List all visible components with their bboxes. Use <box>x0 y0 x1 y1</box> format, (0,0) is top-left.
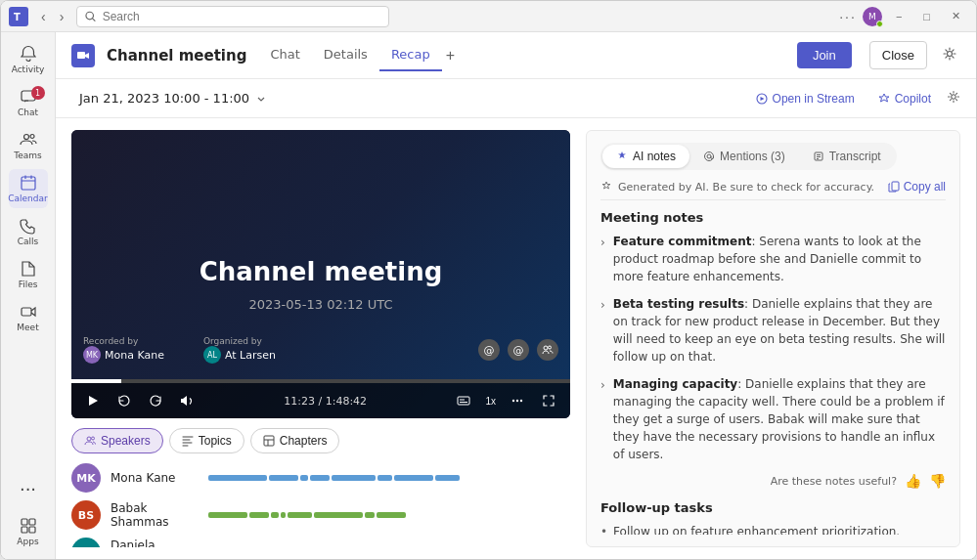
note-label-0: Feature commitment <box>613 235 752 248</box>
svg-point-29 <box>87 437 91 441</box>
thumbs-up-notes[interactable]: 👍 <box>905 473 921 489</box>
video-title-text: Channel meeting <box>200 257 443 286</box>
date-range-text: Jan 21, 2023 10:00 - 11:00 <box>79 91 249 106</box>
svg-text:T: T <box>14 12 21 22</box>
date-settings-button[interactable] <box>947 90 960 107</box>
sidebar: Activity 1 Chat Teams <box>1 32 56 559</box>
ai-content: Meeting notes › Feature commitment: Sere… <box>600 210 946 535</box>
meeting-notes-title: Meeting notes <box>600 210 946 225</box>
ai-notes-tab[interactable]: AI notes <box>602 145 689 168</box>
transcript-tab[interactable]: Transcript <box>799 145 895 168</box>
copy-icon <box>888 181 900 193</box>
copilot-label: Copilot <box>895 92 931 106</box>
calendar-label: Calendar <box>8 194 47 203</box>
mute-button[interactable] <box>175 389 199 412</box>
tab-nav: Chat Details Recap + <box>258 39 459 71</box>
speaker-row-daniela: DM Daniela Mandera <box>71 538 570 547</box>
ai-notes-icon <box>616 151 628 162</box>
svg-point-27 <box>516 400 518 402</box>
sidebar-item-meet[interactable]: Meet <box>9 298 48 337</box>
back-button[interactable]: ‹ <box>36 7 51 26</box>
copilot-button[interactable]: Copilot <box>870 88 939 109</box>
add-tab-button[interactable]: + <box>442 39 459 71</box>
svg-rect-16 <box>77 52 85 59</box>
topics-tab-btn[interactable]: Topics <box>169 428 244 453</box>
chapters-tab-btn[interactable]: Chapters <box>250 428 340 453</box>
caption-button[interactable] <box>452 389 475 412</box>
bar <box>365 512 375 518</box>
thumbs-down-notes[interactable]: 👎 <box>929 473 946 489</box>
forward-button[interactable]: › <box>55 7 69 26</box>
search-icon <box>85 11 96 22</box>
bar <box>435 475 460 481</box>
rewind-button[interactable] <box>112 389 136 412</box>
top-bar: Channel meeting Chat Details Recap + Joi… <box>56 32 976 79</box>
copy-all-button[interactable]: Copy all <box>888 180 946 194</box>
calls-label: Calls <box>18 237 39 246</box>
bar <box>249 512 269 518</box>
tab-chat[interactable]: Chat <box>258 39 311 71</box>
bar <box>332 475 376 481</box>
tab-recap[interactable]: Recap <box>379 39 442 71</box>
date-bar: Jan 21, 2023 10:00 - 11:00 Open in Strea… <box>56 79 976 118</box>
more-button[interactable]: ··· <box>839 9 857 24</box>
search-bar[interactable] <box>76 6 389 27</box>
recorded-by: Recorded by MK Mona Kane <box>83 336 164 364</box>
teams-logo: T <box>9 7 28 26</box>
chevron-icon-1: › <box>600 296 605 366</box>
note-text-0: Feature commitment: Serena wants to look… <box>613 233 946 285</box>
open-in-stream-button[interactable]: Open in Stream <box>748 88 863 109</box>
speed-button[interactable]: 1x <box>483 389 498 412</box>
ai-panel-tabs: AI notes Mentions (3) <box>600 143 897 170</box>
sidebar-item-activity[interactable]: Activity <box>9 40 48 79</box>
svg-point-26 <box>512 400 514 402</box>
svg-point-6 <box>30 135 34 139</box>
speakers-tab-btn[interactable]: Speakers <box>71 428 163 453</box>
mentions-icon <box>703 151 715 162</box>
daniela-avatar: DM <box>71 538 101 547</box>
apps-icon <box>20 517 37 535</box>
tab-details[interactable]: Details <box>312 39 379 71</box>
topics-tab-label: Topics <box>199 434 232 448</box>
fullscreen-button[interactable] <box>537 389 560 412</box>
meeting-notes-section: Meeting notes › Feature commitment: Sere… <box>600 210 946 489</box>
play-button[interactable] <box>81 389 105 412</box>
followup-item-0: • Follow up on feature enhancement prior… <box>600 523 946 535</box>
sidebar-item-teams[interactable]: Teams <box>9 126 48 165</box>
apps-label: Apps <box>17 537 38 546</box>
video-date-text: 2023-05-13 02:12 UTC <box>248 297 392 312</box>
user-avatar[interactable]: M <box>863 7 882 26</box>
settings-icon-button[interactable] <box>939 43 960 67</box>
at-icon-2: @ <box>508 339 529 361</box>
daniela-bars <box>208 542 570 547</box>
bar <box>281 512 286 518</box>
sidebar-item-more[interactable]: ··· <box>9 469 48 508</box>
sidebar-item-apps[interactable]: Apps <box>9 512 48 551</box>
minimize-button[interactable]: − <box>888 7 910 26</box>
sidebar-item-files[interactable]: Files <box>9 255 48 294</box>
organized-by: Organized by AL At Larsen <box>203 336 276 364</box>
sidebar-item-calls[interactable]: Calls <box>9 212 48 251</box>
forward-skip-button[interactable] <box>144 389 167 412</box>
close-meeting-button[interactable]: Close <box>869 41 927 69</box>
date-selector[interactable]: Jan 21, 2023 10:00 - 11:00 <box>71 87 275 109</box>
mentions-tab[interactable]: Mentions (3) <box>689 145 799 168</box>
sidebar-item-chat[interactable]: 1 Chat <box>9 83 48 122</box>
close-window-button[interactable]: ✕ <box>944 6 968 26</box>
search-input[interactable] <box>103 10 381 23</box>
maximize-button[interactable]: □ <box>915 7 938 26</box>
join-button[interactable]: Join <box>797 42 852 68</box>
svg-rect-31 <box>264 436 274 446</box>
video-container: Channel meeting 2023-05-13 02:12 UTC Rec… <box>71 130 570 418</box>
speakers-tab-icon <box>84 435 96 447</box>
stream-icon <box>756 93 768 105</box>
video-section: Channel meeting 2023-05-13 02:12 UTC Rec… <box>71 130 570 547</box>
more-options-button[interactable] <box>506 389 529 412</box>
daniela-name: Daniela Mandera <box>111 538 199 547</box>
meet-label: Meet <box>17 323 38 332</box>
transcript-tab-label: Transcript <box>829 150 881 163</box>
meet-icon <box>20 303 37 321</box>
sidebar-item-calendar[interactable]: Calendar <box>9 169 48 208</box>
note-text-1: Beta testing results: Danielle explains … <box>613 295 946 366</box>
ai-panel: AI notes Mentions (3) <box>586 130 960 547</box>
